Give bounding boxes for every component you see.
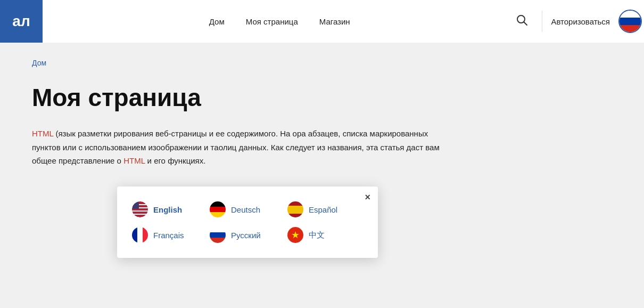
lang-francais-label: Français — [153, 231, 184, 240]
modal-close-button[interactable]: × — [365, 192, 370, 203]
body-text: HTML (язык разметки рирования веб-страни… — [32, 127, 458, 168]
header: ал Дом Моя страница Магазин Авторизовать… — [0, 0, 644, 43]
main-content: Дом Моя страница HTML (язык разметки рир… — [0, 43, 644, 184]
lang-deutsch[interactable]: Deutsch — [210, 201, 283, 217]
flag-fr — [132, 227, 148, 243]
breadcrumb-home[interactable]: Дом — [32, 59, 46, 67]
header-divider — [542, 11, 542, 32]
lang-chinese-label: 中文 — [309, 230, 325, 240]
lang-english-label: English — [153, 205, 182, 214]
search-icon[interactable] — [516, 14, 528, 29]
nav-my-page[interactable]: Моя страница — [246, 17, 298, 26]
lang-espanol-label: Español — [309, 205, 337, 214]
language-modal: × English — [117, 187, 378, 258]
flag-de — [210, 201, 226, 217]
lang-deutsch-label: Deutsch — [231, 205, 260, 214]
login-button[interactable]: Авторизоваться — [551, 17, 610, 26]
main-nav: Дом Моя страница Магазин — [43, 17, 516, 26]
language-grid: English Deutsch Español — [132, 201, 361, 243]
flag-cn: ★ — [287, 227, 303, 243]
svg-line-1 — [524, 22, 527, 25]
cn-star: ★ — [291, 230, 300, 240]
logo[interactable]: ал — [0, 0, 43, 43]
nav-home[interactable]: Дом — [209, 17, 225, 26]
html-tag-1: HTML — [32, 129, 53, 138]
breadcrumb[interactable]: Дом — [32, 59, 612, 67]
flag-es — [287, 201, 303, 217]
lang-francais[interactable]: Français — [132, 227, 205, 243]
lang-chinese[interactable]: ★ 中文 — [287, 227, 361, 243]
page-title: Моя страница — [32, 83, 612, 112]
body-text-part1: (язык разметки — [55, 129, 111, 138]
lang-russian[interactable]: Русский — [210, 227, 283, 243]
lang-espanol[interactable]: Español — [287, 201, 361, 217]
lang-english[interactable]: English — [132, 201, 205, 217]
lang-russian-label: Русский — [231, 231, 261, 240]
language-flag[interactable] — [618, 10, 642, 33]
flag-ru2 — [210, 227, 226, 243]
flag-us — [132, 201, 148, 217]
body-text-part2: рирования веб-страницы и ее содержимого.… — [114, 129, 291, 138]
body-text-part4: и его функциях. — [147, 156, 206, 165]
nav-shop[interactable]: Магазин — [319, 17, 350, 26]
logo-text: ал — [12, 13, 30, 30]
html-tag-2: HTML — [123, 156, 145, 165]
